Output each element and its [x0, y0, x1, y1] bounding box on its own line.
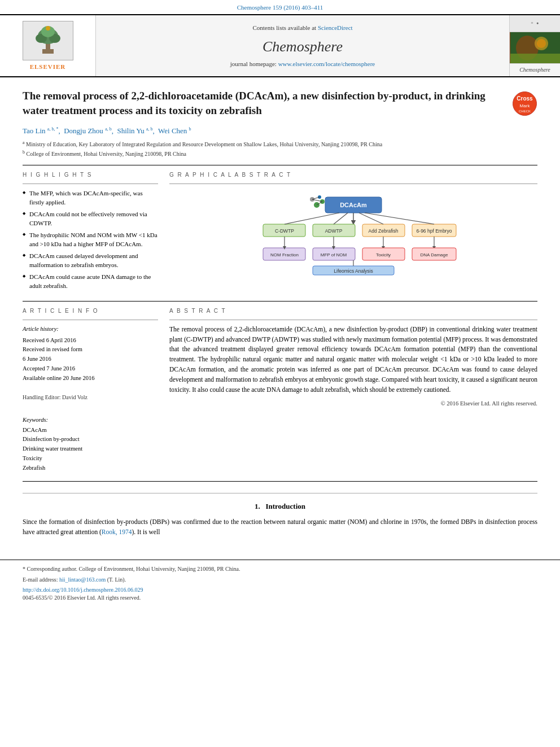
cover-svg	[510, 32, 560, 63]
revised-date: Received in revised form6 June 2016	[23, 345, 158, 364]
journal-thumbnail-block: ≡ ● Chemosphere	[509, 15, 560, 76]
elsevier-tree-image	[23, 21, 73, 60]
graphical-abstract-column: G R A P H I C A L A B S T R A C T DCAcAm…	[169, 171, 537, 293]
intro-title: 1. Introduction	[23, 501, 537, 512]
citation-text: Chemosphere 159 (2016) 403–411	[237, 4, 323, 11]
highlight-item-5: DCAcAm could cause acute DNA damage to t…	[23, 272, 158, 291]
svg-text:C-DWTP: C-DWTP	[275, 228, 294, 234]
journal-homepage-line: journal homepage: www.elsevier.com/locat…	[230, 60, 375, 68]
authors-line: Tao Lin a, b, *, Dongju Zhou a, b, Shili…	[23, 126, 537, 137]
journal-header: ELSEVIER Contents lists available at Sci…	[0, 14, 560, 77]
affiliation-b: b College of Environment, Hohai Universi…	[23, 149, 537, 158]
author-dongju-zhou-sup: a, b	[105, 126, 112, 132]
author-shilin-yu[interactable]: Shilin Yu	[117, 126, 144, 135]
highlights-list: The MFP, which was DCAcAm-specific, was …	[23, 189, 158, 291]
svg-line-30	[359, 213, 383, 224]
svg-text:Add Zebrafish: Add Zebrafish	[369, 228, 399, 234]
journal-title-display: Chemosphere	[262, 37, 343, 57]
abstract-text: The removal process of 2,2-dichloroaceta…	[169, 325, 537, 395]
author-dongju-zhou[interactable]: Dongju Zhou	[64, 126, 103, 135]
accepted-date: Accepted 7 June 2016	[23, 364, 158, 374]
svg-text:DNA Damage: DNA Damage	[421, 252, 448, 257]
article-title: The removal process of 2,2-dichloroaceta…	[23, 89, 497, 117]
svg-point-7	[46, 26, 50, 30]
svg-text:Cross: Cross	[517, 95, 533, 102]
keyword-3: Drinking water treatment	[23, 444, 158, 454]
svg-line-28	[285, 213, 339, 224]
handling-editor: Handling Editor: David Volz	[23, 394, 158, 401]
footnote-section: * Corresponding author. College of Envir…	[0, 560, 560, 602]
article-title-section: The removal process of 2,2-dichloroaceta…	[23, 89, 537, 117]
email-link[interactable]: hii_lintao@163.com	[59, 576, 106, 583]
available-date: Available online 20 June 2016	[23, 374, 158, 383]
svg-text:Lifeomics Analysis: Lifeomics Analysis	[334, 268, 373, 274]
journal-homepage-link[interactable]: www.elsevier.com/locate/chemosphere	[278, 60, 375, 67]
crossmark-badge: Cross Mark CHECK	[512, 91, 537, 116]
graphical-abstract-diagram: DCAcAm C-DWTP ADWTP Add Zebrafish 6-96 h…	[169, 189, 537, 279]
divider-3	[23, 481, 537, 482]
author-tao-lin-sup: a, b, *	[47, 126, 59, 132]
highlights-title: H I G H L I G H T S	[23, 171, 158, 179]
keyword-4: Toxicity	[23, 454, 158, 464]
highlight-item-2: DCAcAm could not be effectively removed …	[23, 209, 158, 228]
author-shilin-yu-sup: a, b	[146, 126, 153, 132]
doi-line: http://dx.doi.org/10.1016/j.chemosphere.…	[23, 586, 537, 594]
article-info-col: A R T I C L E I N F O Article history: R…	[23, 307, 158, 473]
email-footnote: E-mail address: hii_lintao@163.com (T. L…	[23, 575, 537, 584]
thumbnail-top-bar: ≡ ●	[510, 15, 560, 32]
keywords-list: DCAcAm Disinfection by-product Drinking …	[23, 426, 158, 473]
contents-available-text: Contents lists available at ScienceDirec…	[252, 24, 352, 32]
svg-text:NOM Fraction: NOM Fraction	[270, 252, 299, 257]
svg-text:MFP of NOM: MFP of NOM	[321, 252, 347, 257]
doi-link[interactable]: http://dx.doi.org/10.1016/j.chemosphere.…	[23, 587, 143, 593]
svg-text:Toxicity: Toxicity	[376, 252, 391, 257]
abstract-title: A B S T R A C T	[169, 307, 537, 315]
intro-text: Since the formation of disinfection by-p…	[23, 517, 537, 538]
affiliation-a: a Ministry of Education, Key Laboratory …	[23, 139, 537, 148]
citation-bar: Chemosphere 159 (2016) 403–411	[0, 0, 560, 14]
footnote-content: * Corresponding author. College of Envir…	[0, 565, 560, 602]
intro-heading: Introduction	[265, 502, 305, 510]
elsevier-logo: ELSEVIER	[23, 21, 73, 71]
svg-rect-1	[42, 49, 54, 54]
elsevier-logo-block: ELSEVIER	[0, 15, 96, 76]
affiliations-block: a Ministry of Education, Key Laboratory …	[23, 139, 537, 158]
copyright-line: © 2016 Elsevier Ltd. All rights reserved…	[169, 400, 537, 408]
article-info-title: A R T I C L E I N F O	[23, 307, 158, 315]
keyword-1: DCAcAm	[23, 426, 158, 435]
highlight-item-1: The MFP, which was DCAcAm-specific, was …	[23, 189, 158, 207]
author-tao-lin[interactable]: Tao Lin	[23, 126, 46, 135]
abstract-col: A B S T R A C T The removal process of 2…	[169, 307, 537, 473]
journal-name-block: Contents lists available at ScienceDirec…	[96, 15, 509, 76]
intro-number: 1.	[255, 502, 260, 510]
highlights-graphical-row: H I G H L I G H T S The MFP, which was D…	[23, 171, 537, 293]
keywords-block: Keywords: DCAcAm Disinfection by-product…	[23, 406, 158, 473]
history-label: Article history:	[23, 325, 158, 334]
keyword-5: Zebrafish	[23, 464, 158, 473]
keyword-2: Disinfection by-product	[23, 435, 158, 444]
author-wei-chen-sup: b	[189, 126, 191, 132]
author-wei-chen[interactable]: Wei Chen	[158, 126, 187, 135]
svg-rect-10	[510, 54, 560, 63]
svg-line-31	[365, 213, 434, 224]
corresponding-footnote: * Corresponding author. College of Envir…	[23, 565, 537, 573]
highlights-column: H I G H L I G H T S The MFP, which was D…	[23, 171, 158, 293]
divider-2	[23, 301, 537, 302]
graphical-abstract-title: G R A P H I C A L A B S T R A C T	[169, 171, 537, 179]
rook-citation-link[interactable]: Rook, 1974	[102, 528, 132, 535]
crossmark-svg: Cross Mark CHECK	[512, 91, 537, 116]
svg-point-12	[537, 39, 546, 48]
highlight-item-4: DCAcAm caused delayed development and ma…	[23, 251, 158, 270]
journal-cover-label: Chemosphere	[510, 63, 560, 76]
elsevier-tree-svg	[25, 24, 71, 58]
svg-text:DCAcAm: DCAcAm	[340, 202, 367, 208]
issn-line: 0045-6535/© 2016 Elsevier Ltd. All right…	[23, 594, 537, 602]
svg-text:ADWTP: ADWTP	[325, 228, 343, 234]
main-content: The removal process of 2,2-dichloroaceta…	[0, 77, 560, 548]
svg-line-29	[334, 213, 348, 224]
info-abstract-row: A R T I C L E I N F O Article history: R…	[23, 307, 537, 473]
svg-text:6-96 hpf Embryo: 6-96 hpf Embryo	[417, 228, 452, 234]
keywords-label: Keywords:	[23, 416, 158, 425]
sciencedirect-link[interactable]: ScienceDirect	[318, 24, 353, 31]
journal-cover-image	[510, 32, 560, 63]
